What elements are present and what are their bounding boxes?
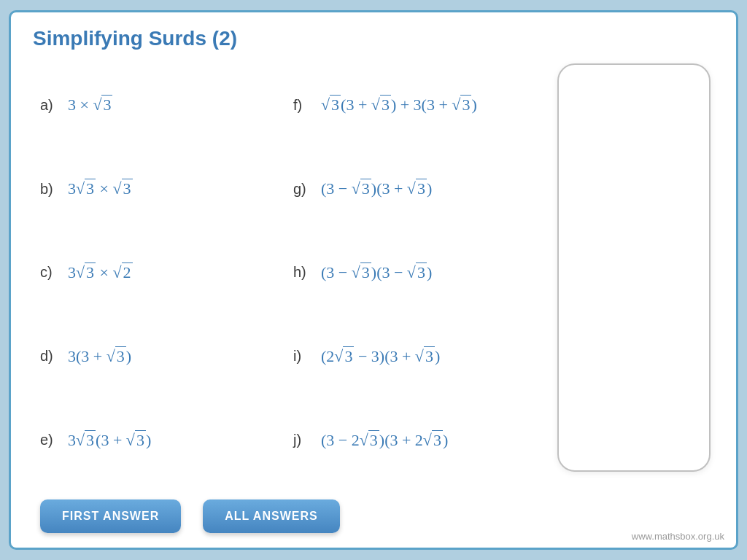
question-item-f: f) √3(3 + √3) + 3(3 + √3): [286, 63, 539, 147]
question-item-d: d) 3(3 + √3): [33, 314, 286, 398]
question-label-j: j): [293, 432, 314, 448]
question-label-i: i): [293, 348, 314, 365]
first-answer-button[interactable]: FIRST ANSWER: [40, 499, 181, 533]
question-expr-g: (3 − √3)(3 + √3): [321, 179, 432, 198]
content-area: a) 3 × √3 f) √3(3 + √3) + 3(3 + √3) b) 3…: [33, 63, 714, 533]
all-answers-button[interactable]: ALL ANSWERS: [203, 499, 339, 533]
question-item-b: b) 3√3 × √3: [33, 147, 286, 231]
question-label-f: f): [293, 97, 314, 114]
buttons-row: FIRST ANSWER ALL ANSWERS: [33, 499, 539, 533]
page-title: Simplifying Surds (2): [33, 27, 714, 50]
question-label-a: a): [40, 97, 61, 114]
question-label-h: h): [293, 264, 314, 281]
question-label-d: d): [40, 348, 61, 365]
question-item-c: c) 3√3 × √2: [33, 231, 286, 315]
question-label-b: b): [40, 181, 61, 198]
question-label-e: e): [40, 432, 61, 448]
question-label-c: c): [40, 264, 61, 281]
question-item-a: a) 3 × √3: [33, 63, 286, 147]
question-grid: a) 3 × √3 f) √3(3 + √3) + 3(3 + √3) b) 3…: [33, 63, 539, 482]
question-expr-i: (2√3 − 3)(3 + √3): [321, 347, 440, 366]
question-item-i: i) (2√3 − 3)(3 + √3): [286, 314, 539, 398]
question-expr-d: 3(3 + √3): [68, 347, 131, 366]
question-expr-b: 3√3 × √3: [68, 179, 133, 198]
questions-panel: a) 3 × √3 f) √3(3 + √3) + 3(3 + √3) b) 3…: [33, 63, 539, 533]
question-expr-a: 3 × √3: [68, 96, 112, 114]
watermark: www.mathsbox.org.uk: [632, 531, 724, 542]
question-item-g: g) (3 − √3)(3 + √3): [286, 147, 539, 231]
question-item-e: e) 3√3(3 + √3): [33, 398, 286, 482]
question-expr-f: √3(3 + √3) + 3(3 + √3): [321, 96, 477, 114]
right-panel: [554, 63, 714, 533]
page-container: Simplifying Surds (2) a) 3 × √3 f) √3(3 …: [9, 10, 738, 550]
question-expr-e: 3√3(3 + √3): [68, 431, 151, 450]
question-expr-c: 3√3 × √2: [68, 263, 133, 282]
question-label-g: g): [293, 181, 314, 198]
question-item-j: j) (3 − 2√3)(3 + 2√3): [286, 398, 539, 482]
question-expr-j: (3 − 2√3)(3 + 2√3): [321, 431, 448, 450]
question-expr-h: (3 − √3)(3 − √3): [321, 263, 432, 282]
answer-box: [557, 63, 711, 472]
question-item-h: h) (3 − √3)(3 − √3): [286, 231, 539, 315]
